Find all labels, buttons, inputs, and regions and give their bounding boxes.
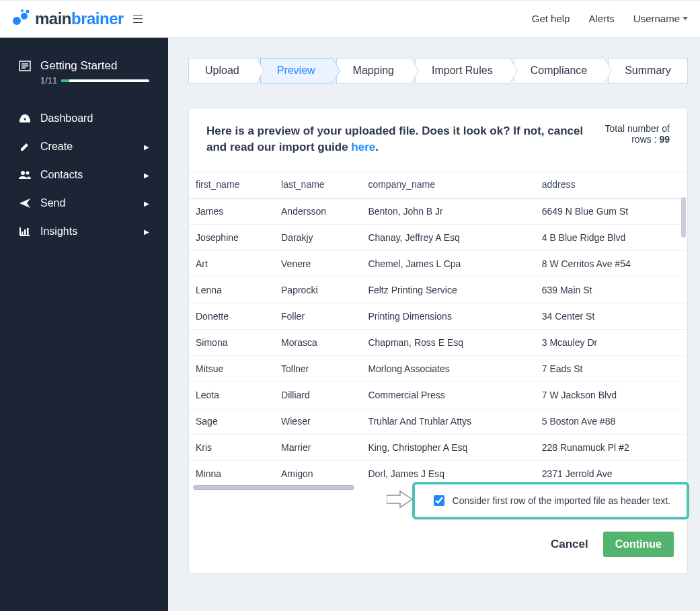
table-cell: Wieser (274, 408, 361, 434)
chevron-right-icon: ▶ (144, 228, 149, 236)
table-cell: Truhlar And Truhlar Attys (361, 408, 535, 434)
chevron-right-icon: ▶ (144, 200, 149, 207)
table-row: LeotaDilliardCommercial Press7 W Jackson… (189, 382, 687, 408)
table-cell: Commercial Press (361, 382, 535, 408)
table-cell: Venere (274, 250, 361, 277)
table-row: SimonaMorascaChapman, Ross E Esq3 Mcaule… (189, 329, 687, 355)
table-cell: 8 W Cerritos Ave #54 (535, 250, 687, 277)
svg-rect-16 (27, 228, 29, 235)
wizard-step-mapping[interactable]: Mapping (336, 58, 411, 83)
send-icon (19, 198, 31, 209)
cancel-button[interactable]: Cancel (551, 538, 588, 551)
users-icon (19, 170, 31, 180)
table-row: SageWieserTruhlar And Truhlar Attys5 Bos… (189, 408, 687, 434)
table-row: JamesAnderssonBenton, John B Jr6649 N Bl… (189, 198, 687, 224)
table-cell: Paprocki (274, 277, 361, 303)
panel-heading: Here is a preview of your uploaded file.… (206, 123, 584, 155)
wizard-step-summary[interactable]: Summary (608, 58, 687, 83)
sidebar-item-contacts[interactable]: Contacts▶ (0, 161, 168, 189)
sidebar-item-label: Send (40, 197, 65, 209)
sidebar-item-dashboard[interactable]: Dashboard (0, 104, 168, 133)
header-row-option-highlight: Consider first row of the imported file … (412, 482, 689, 519)
wizard-step-compliance[interactable]: Compliance (514, 58, 604, 83)
table-cell: 7 Eads St (535, 355, 687, 382)
svg-point-0 (13, 17, 21, 25)
table-cell: Minna (189, 460, 274, 481)
import-guide-link[interactable]: here (351, 141, 375, 153)
sidebar-item-label: Create (40, 141, 73, 153)
chevron-right-icon: ▶ (144, 172, 149, 179)
progress-bar (61, 79, 149, 82)
menu-toggle-icon[interactable] (133, 15, 143, 23)
wizard-step-preview[interactable]: Preview (260, 58, 332, 83)
alerts-link[interactable]: Alerts (588, 13, 614, 24)
table-cell: Lenna (189, 277, 274, 303)
svg-rect-14 (22, 231, 24, 235)
scrollbar-vertical[interactable] (681, 197, 686, 238)
table-cell: Benton, John B Jr (361, 198, 535, 224)
preview-panel: Here is a preview of your uploaded file.… (188, 108, 688, 574)
callout-arrow-icon (387, 489, 414, 512)
continue-button[interactable]: Continue (603, 532, 674, 557)
table-cell: Chemel, James L Cpa (361, 250, 535, 277)
wizard-steps: UploadPreviewMappingImport RulesComplian… (188, 58, 688, 83)
chart-icon (19, 227, 31, 236)
topbar: mainbrainer Get help Alerts Username (0, 0, 700, 38)
newspaper-icon (19, 61, 31, 71)
table-cell: Art (189, 250, 274, 277)
progress-label: 1/11 (40, 75, 57, 85)
sidebar-item-insights[interactable]: Insights▶ (0, 217, 168, 246)
table-row: DonetteFollerPrinting Dimensions34 Cente… (189, 303, 687, 329)
table-cell: Marrier (274, 434, 361, 460)
user-menu[interactable]: Username (633, 13, 688, 24)
get-help-link[interactable]: Get help (532, 13, 570, 24)
table-cell: Leota (189, 382, 274, 408)
table-cell: Feltz Printing Service (361, 277, 535, 303)
svg-rect-15 (24, 229, 26, 235)
preview-table: first_namelast_namecompany_nameaddress J… (189, 172, 687, 481)
sidebar-item-label: Getting Started (40, 59, 117, 73)
table-row: MitsueTollnerMorlong Associates7 Eads St (189, 355, 687, 382)
table-cell: 3 Mcauley Dr (535, 329, 687, 355)
brand-logo[interactable]: mainbrainer (12, 9, 124, 29)
svg-point-10 (21, 171, 25, 175)
column-header: company_name (361, 172, 535, 198)
table-row: MinnaAmigonDorl, James J Esq2371 Jerrold… (189, 460, 687, 481)
header-row-checkbox[interactable] (434, 495, 444, 506)
pencil-icon (19, 141, 31, 152)
sidebar-item-label: Insights (40, 225, 77, 238)
column-header: address (535, 172, 687, 198)
table-cell: 34 Center St (535, 303, 687, 329)
table-cell: Printing Dimensions (361, 303, 535, 329)
table-cell: Darakjy (274, 224, 361, 250)
wizard-step-import-rules[interactable]: Import Rules (415, 58, 510, 83)
table-cell: Morasca (274, 329, 361, 355)
sidebar-item-label: Contacts (40, 169, 83, 181)
table-cell: Mitsue (189, 355, 274, 382)
column-header: first_name (189, 172, 274, 198)
total-rows-label: Total number of rows : 99 (597, 123, 670, 155)
table-cell: Donette (189, 303, 274, 329)
sidebar-item-send[interactable]: Send▶ (0, 189, 168, 217)
table-cell: Dorl, James J Esq (361, 460, 535, 481)
table-cell: Tollner (274, 355, 361, 382)
gauge-icon (19, 113, 31, 124)
sidebar-item-create[interactable]: Create▶ (0, 133, 168, 161)
table-row: LennaPaprockiFeltz Printing Service639 M… (189, 277, 687, 303)
header-row-checkbox-label: Consider first row of the imported file … (453, 495, 670, 506)
table-cell: James (189, 198, 274, 224)
table-cell: 228 Runamuck Pl #2 (535, 434, 687, 460)
sidebar-item-getting-started[interactable]: Getting Started 1/11 (0, 52, 168, 92)
table-cell: Dilliard (274, 382, 361, 408)
wizard-step-upload[interactable]: Upload (188, 58, 256, 83)
chevron-down-icon (683, 17, 688, 20)
table-cell: Simona (189, 329, 274, 355)
table-cell: Morlong Associates (361, 355, 535, 382)
table-cell: Chapman, Ross E Esq (361, 329, 535, 355)
table-cell: Chanay, Jeffrey A Esq (361, 224, 535, 250)
table-cell: 6649 N Blue Gum St (535, 198, 687, 224)
table-cell: Kris (189, 434, 274, 460)
scrollbar-horizontal[interactable] (193, 485, 354, 490)
table-row: JosephineDarakjyChanay, Jeffrey A Esq4 B… (189, 224, 687, 250)
table-cell: 2371 Jerrold Ave (535, 460, 687, 481)
